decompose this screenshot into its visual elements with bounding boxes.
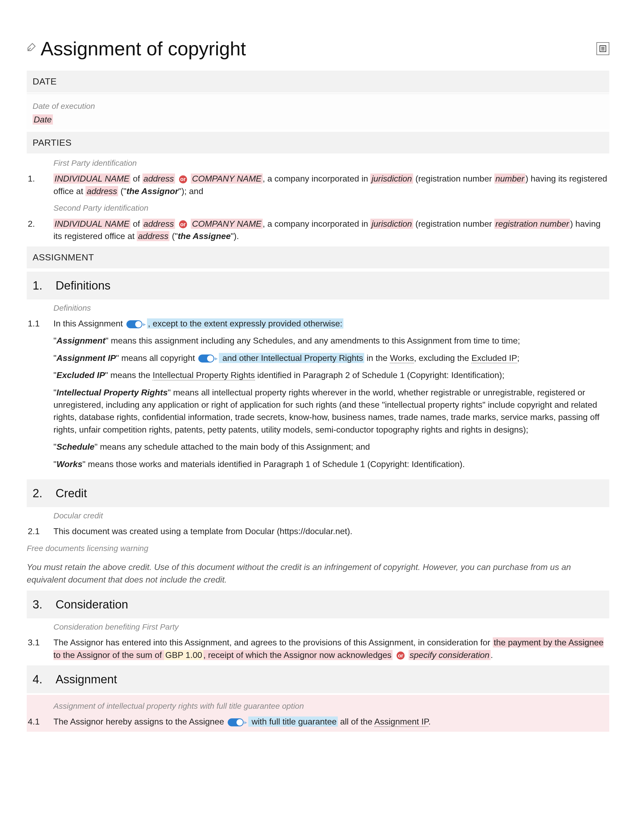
def-assignment-ip: "Assignment IP" means all copyright ▸ an… bbox=[54, 352, 609, 364]
clause-3-1: 3.1 The Assignor has entered into this A… bbox=[27, 634, 609, 663]
def-schedule: "Schedule" means any schedule attached t… bbox=[54, 441, 609, 453]
clause-1-1-content: In this Assignment ▸, except to the exte… bbox=[54, 317, 609, 475]
def-ipr-term: Intellectual Property Rights bbox=[57, 388, 168, 397]
def-aip-b4: ; bbox=[517, 353, 520, 363]
field-jurisdiction-1[interactable]: jurisdiction bbox=[370, 174, 413, 184]
party-1-row: 1. INDIVIDUAL NAME of address or COMPANY… bbox=[27, 170, 609, 199]
ac-aip[interactable]: Assignment IP bbox=[375, 717, 428, 727]
field-specify-consideration[interactable]: specify consideration bbox=[409, 650, 491, 660]
def-exip-b1: " means the bbox=[105, 370, 153, 380]
cons-period: . bbox=[491, 650, 493, 660]
section-header-assignment: ASSIGNMENT bbox=[27, 246, 609, 269]
section-heading-consideration: Consideration bbox=[55, 596, 128, 613]
txt-regopen-2: (registration number bbox=[413, 219, 494, 229]
def-assignment-term: Assignment bbox=[57, 336, 105, 346]
term-assignee: the Assignee bbox=[178, 231, 231, 241]
txt-periodend: "). bbox=[231, 231, 239, 241]
def-aip-excluded[interactable]: Excluded IP bbox=[471, 353, 517, 363]
note-docular-credit: Docular credit bbox=[27, 507, 609, 523]
def-aip-works[interactable]: Works bbox=[390, 353, 414, 363]
clause-2-1: 2.1 This document was created using a te… bbox=[27, 523, 609, 540]
note-consideration: Consideration benefiting First Party bbox=[27, 618, 609, 635]
def-aip-b1: " means all copyright bbox=[116, 353, 197, 363]
or-badge-2[interactable]: or bbox=[179, 220, 187, 228]
section-num-4: 4. bbox=[33, 671, 55, 688]
txt-inc-1: , a company incorporated in bbox=[263, 174, 371, 183]
txt-of-1: of bbox=[131, 174, 142, 183]
note-assignment-ipr: Assignment of intellectual property righ… bbox=[27, 698, 609, 714]
or-badge-3[interactable]: or bbox=[397, 652, 405, 660]
def-works: "Works" means those works and materials … bbox=[54, 458, 609, 470]
clause-3-1-content: The Assignor has entered into this Assig… bbox=[54, 636, 609, 661]
section-heading-definitions: Definitions bbox=[55, 277, 110, 294]
def-aip-b2: in the bbox=[364, 353, 390, 363]
field-regnumber-2[interactable]: registration number bbox=[494, 219, 570, 229]
def-excluded-ip: "Excluded IP" means the Intellectual Pro… bbox=[54, 369, 609, 381]
defs-intro1: In this Assignment bbox=[54, 319, 125, 328]
toggle-definitions[interactable]: ▸ bbox=[126, 320, 146, 328]
section-heading-assignment: Assignment bbox=[55, 671, 117, 688]
assignment-block: Assignment of intellectual property righ… bbox=[27, 695, 609, 732]
def-ipr: "Intellectual Property Rights" means all… bbox=[54, 386, 609, 436]
definitions-list: "Assignment" means this assignment inclu… bbox=[54, 335, 609, 470]
def-aip-blue: and other Intellectual Property Rights bbox=[219, 353, 364, 363]
def-exip-term: Excluded IP bbox=[57, 370, 105, 380]
note-definitions: Definitions bbox=[27, 299, 609, 316]
field-address-1a[interactable]: address bbox=[142, 174, 175, 184]
toc-button[interactable] bbox=[597, 42, 609, 55]
field-address-2a[interactable]: address bbox=[142, 219, 175, 229]
def-assignment-body: " means this assignment including any Sc… bbox=[105, 336, 520, 346]
clause-3-1-num: 3.1 bbox=[27, 636, 54, 649]
party-1-num: 1. bbox=[27, 172, 54, 185]
field-jurisdiction-2[interactable]: jurisdiction bbox=[370, 219, 413, 229]
toggle-full-title[interactable]: ▸ bbox=[228, 718, 247, 726]
cons-p1: The Assignor has entered into this Assig… bbox=[54, 638, 493, 647]
or-badge-1[interactable]: or bbox=[179, 175, 187, 183]
txt-andend: "); and bbox=[178, 186, 203, 196]
party-2-row: 2. INDIVIDUAL NAME of address or COMPANY… bbox=[27, 215, 609, 245]
ac-p1: The Assignor hereby assigns to the Assig… bbox=[54, 717, 227, 726]
def-works-body: " means those works and materials identi… bbox=[83, 459, 465, 469]
section-heading-credit: Credit bbox=[55, 485, 87, 502]
credit-warning-text: You must retain the above credit. Use of… bbox=[27, 556, 609, 589]
field-number-1[interactable]: number bbox=[494, 174, 526, 184]
title-row: Assignment of copyright bbox=[27, 35, 609, 63]
section-num-1: 1. bbox=[33, 277, 55, 294]
ac-p3: . bbox=[428, 717, 431, 726]
page-title: Assignment of copyright bbox=[41, 35, 246, 63]
title-left: Assignment of copyright bbox=[27, 35, 246, 63]
section-definitions: 1. Definitions bbox=[27, 272, 609, 299]
note-free-lic-warning: Free documents licensing warning bbox=[27, 540, 609, 556]
def-schedule-term: Schedule bbox=[57, 442, 94, 452]
clause-4-1: 4.1 The Assignor hereby assigns to the A… bbox=[27, 713, 609, 730]
clause-2-1-content: This document was created using a templa… bbox=[54, 525, 609, 537]
date-field-row: Date bbox=[33, 114, 603, 126]
def-schedule-body: " means any schedule attached to the mai… bbox=[94, 442, 370, 452]
party-1-content: INDIVIDUAL NAME of address or COMPANY NA… bbox=[54, 172, 609, 197]
toggle-assignment-ip[interactable]: ▸ bbox=[198, 354, 218, 363]
ac-blue: with full title guarantee bbox=[248, 717, 338, 726]
party-2-content: INDIVIDUAL NAME of address or COMPANY NA… bbox=[54, 218, 609, 243]
field-date[interactable]: Date bbox=[33, 114, 53, 125]
field-company-name-2[interactable]: COMPANY NAME bbox=[191, 219, 263, 229]
section-consideration: 3. Consideration bbox=[27, 591, 609, 618]
note-first-party: First Party identification bbox=[27, 155, 609, 171]
section-num-2: 2. bbox=[33, 485, 55, 502]
clause-1-1-num: 1.1 bbox=[27, 317, 54, 330]
def-assignmentip-term: Assignment IP bbox=[57, 353, 116, 363]
section-num-3: 3. bbox=[33, 596, 55, 613]
section-header-date: DATE bbox=[27, 71, 609, 93]
field-gbp[interactable]: GBP 1.00 bbox=[164, 650, 203, 660]
section-credit: 2. Credit bbox=[27, 479, 609, 507]
field-address-2b[interactable]: address bbox=[137, 231, 169, 241]
field-company-name-1[interactable]: COMPANY NAME bbox=[191, 174, 263, 184]
edit-icon[interactable] bbox=[27, 42, 36, 55]
clause-1-1: 1.1 In this Assignment ▸, except to the … bbox=[27, 315, 609, 477]
section-header-parties: PARTIES bbox=[27, 132, 609, 155]
txt-of-2: of bbox=[131, 219, 142, 229]
txt-regopen-1: (registration number bbox=[413, 174, 494, 183]
field-individual-name-1[interactable]: INDIVIDUAL NAME bbox=[54, 174, 131, 184]
field-individual-name-2[interactable]: INDIVIDUAL NAME bbox=[54, 219, 131, 229]
def-exip-ipr[interactable]: Intellectual Property Rights bbox=[153, 370, 255, 381]
field-address-1b[interactable]: address bbox=[85, 186, 118, 196]
